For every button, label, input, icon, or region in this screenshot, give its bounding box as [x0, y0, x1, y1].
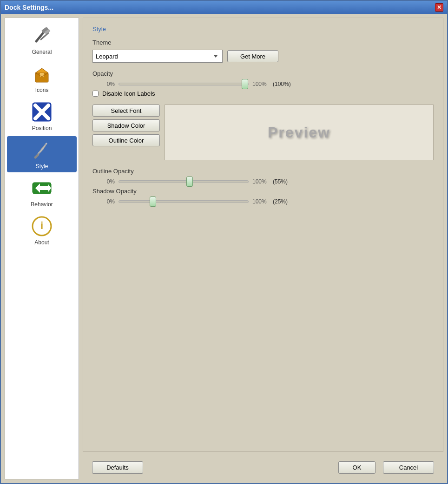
window-title: Dock Settings... — [5, 4, 53, 11]
opacity-max-label: 100% — [252, 81, 269, 87]
opacity-label: Opacity — [92, 70, 434, 77]
shadow-opacity-min-label: 0% — [102, 198, 115, 205]
opacity-slider-row: 0% 100% (100%) — [92, 81, 434, 87]
outline-opacity-min-label: 0% — [102, 178, 115, 185]
outline-opacity-slider-row: 0% 100% (55%) — [92, 178, 434, 185]
svg-line-13 — [35, 155, 38, 157]
font-color-buttons: Select Font Shadow Color Outline Color — [92, 105, 160, 160]
sidebar-item-about[interactable]: i About — [7, 212, 77, 249]
outline-opacity-value: (55%) — [273, 178, 296, 185]
outline-opacity-slider[interactable] — [119, 180, 249, 183]
sidebar-icons-label: Icons — [35, 87, 49, 93]
shadow-opacity-label: Shadow Opacity — [92, 188, 434, 195]
sidebar-position-label: Position — [32, 125, 52, 131]
font-color-row: Select Font Shadow Color Outline Color P… — [92, 105, 434, 160]
svg-marker-5 — [35, 68, 48, 73]
style-panel: Style Theme Leopard Panther Tiger Snow L… — [83, 18, 443, 452]
disable-icon-labels-row: Disable Icon Labels — [92, 90, 434, 97]
style-icon — [31, 139, 53, 161]
title-bar: Dock Settings... ✕ — [1, 1, 447, 14]
disable-icon-labels-checkbox[interactable] — [92, 91, 99, 97]
shadow-opacity-max-label: 100% — [252, 198, 269, 205]
defaults-button[interactable]: Defaults — [92, 461, 143, 474]
outline-opacity-max-label: 100% — [252, 178, 269, 185]
sidebar-about-label: About — [34, 239, 49, 246]
get-more-button[interactable]: Get More — [227, 50, 278, 62]
theme-label: Theme — [92, 39, 434, 46]
opacity-min-label: 0% — [102, 81, 115, 87]
sidebar-style-label: Style — [36, 163, 48, 170]
main-content-area: Style Theme Leopard Panther Tiger Snow L… — [83, 18, 443, 479]
bottom-bar: Defaults OK Cancel — [83, 456, 443, 479]
cancel-button[interactable]: Cancel — [383, 461, 434, 474]
outline-color-button[interactable]: Outline Color — [92, 134, 160, 146]
main-window: Dock Settings... ✕ General — [0, 0, 448, 484]
select-font-button[interactable]: Select Font — [92, 105, 160, 117]
outline-opacity-label: Outline Opacity — [92, 168, 434, 175]
sidebar-general-label: General — [32, 49, 52, 55]
shadow-opacity-slider-row: 0% 100% (25%) — [92, 198, 434, 205]
shadow-opacity-value: (25%) — [273, 198, 296, 205]
general-icon — [31, 25, 53, 47]
theme-select[interactable]: Leopard Panther Tiger Snow Leopard — [92, 50, 223, 63]
close-button[interactable]: ✕ — [435, 3, 443, 12]
sidebar-behavior-label: Behavior — [31, 201, 53, 208]
sidebar-item-position[interactable]: Position — [7, 98, 77, 134]
icons-icon — [31, 63, 53, 85]
preview-text: Preview — [268, 124, 330, 141]
shadow-color-button[interactable]: Shadow Color — [92, 119, 160, 131]
sidebar-item-general[interactable]: General — [7, 22, 77, 58]
window-body: General Icons — [1, 14, 447, 483]
opacity-slider[interactable] — [119, 83, 249, 85]
sidebar: General Icons — [5, 18, 79, 479]
theme-row: Leopard Panther Tiger Snow Leopard Get M… — [92, 50, 434, 63]
shadow-opacity-slider[interactable] — [119, 200, 249, 203]
sidebar-item-style[interactable]: Style — [7, 136, 77, 172]
behavior-icon — [31, 177, 53, 199]
about-icon: i — [31, 215, 53, 237]
opacity-value: (100%) — [273, 81, 296, 87]
position-icon — [31, 101, 53, 123]
svg-text:i: i — [40, 220, 43, 231]
sidebar-item-behavior[interactable]: Behavior — [7, 174, 77, 210]
sidebar-item-icons[interactable]: Icons — [7, 60, 77, 96]
disable-icon-labels-label[interactable]: Disable Icon Labels — [102, 90, 155, 97]
ok-button[interactable]: OK — [338, 461, 376, 474]
section-title: Style — [92, 26, 434, 33]
preview-box: Preview — [165, 105, 434, 160]
